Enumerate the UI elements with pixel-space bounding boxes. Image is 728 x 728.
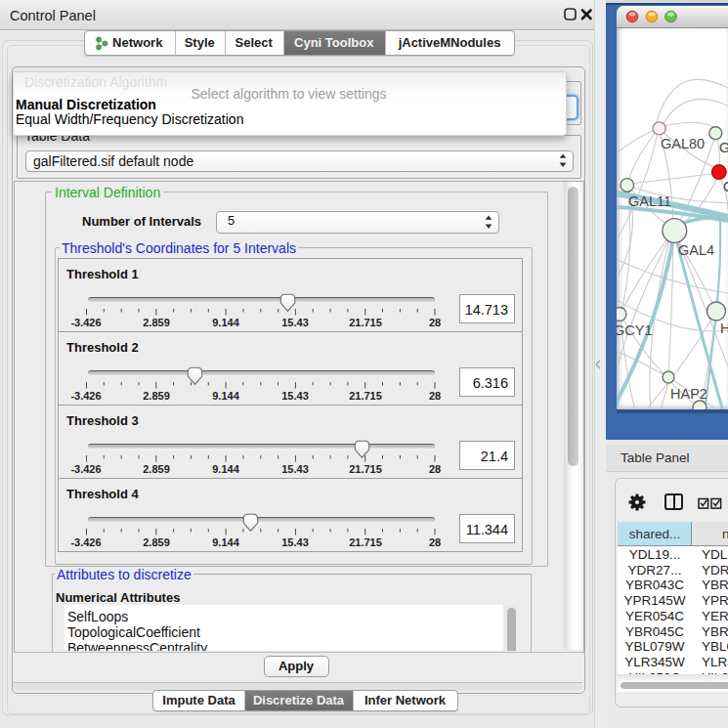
svg-text:GCY1: GCY1 [617, 322, 653, 338]
svg-text:GAL11: GAL11 [628, 193, 671, 209]
svg-text:H: H [720, 321, 728, 336]
svg-text:HAP2: HAP2 [670, 386, 707, 402]
svg-text:GAL4: GAL4 [678, 242, 714, 258]
svg-text:GAL80: GAL80 [661, 136, 705, 151]
svg-text:C: C [723, 179, 728, 194]
svg-text:GA: GA [719, 140, 728, 155]
